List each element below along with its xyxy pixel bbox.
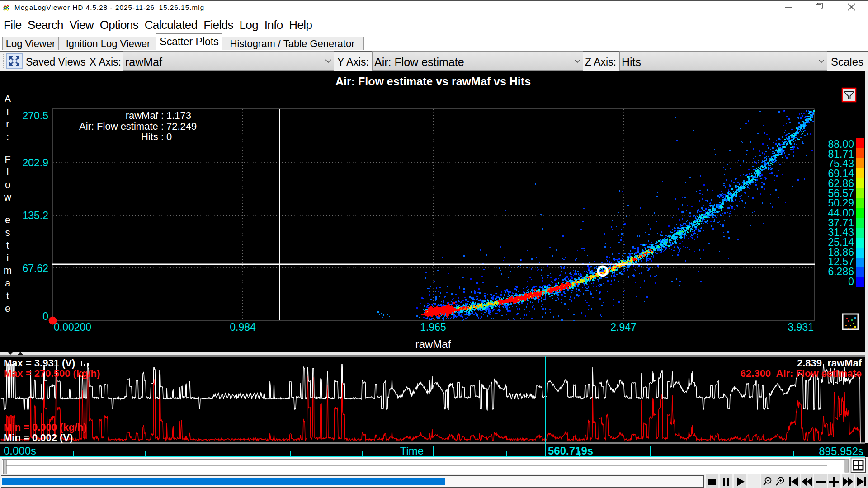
svg-text:a: a [5, 277, 11, 289]
svg-text:s: s [5, 227, 10, 238]
svg-text:2.839 rawMaf: 2.839 rawMaf [797, 357, 862, 369]
svg-text:l: l [7, 166, 9, 178]
svg-text:560.719s: 560.719s [548, 445, 593, 457]
svg-text:i: i [7, 106, 9, 117]
svg-text:1.965: 1.965 [420, 321, 446, 333]
svg-text:3.931: 3.931 [788, 321, 814, 333]
svg-text:1.173: 1.173 [166, 110, 191, 121]
svg-text:Max = 3.931 (V): Max = 3.931 (V) [4, 357, 75, 369]
svg-text:2.947: 2.947 [610, 321, 637, 333]
svg-text:e: e [5, 303, 10, 314]
svg-text:F: F [5, 154, 10, 165]
svg-text:A: A [5, 93, 11, 104]
svg-text:Air: Flow estimate :: Air: Flow estimate : [79, 121, 164, 132]
svg-text::: : [6, 131, 9, 142]
svg-text:Max = 270.500 (kg/h): Max = 270.500 (kg/h) [4, 368, 100, 379]
svg-text:67.62: 67.62 [22, 263, 48, 274]
svg-text:895.952s: 895.952s [819, 445, 863, 457]
svg-text:i: i [7, 252, 9, 263]
svg-text:o: o [5, 179, 10, 190]
svg-text:135.2: 135.2 [22, 210, 48, 221]
svg-text:Hits :: Hits : [141, 131, 164, 142]
svg-text:0.984: 0.984 [230, 321, 256, 333]
svg-text:t: t [6, 290, 9, 301]
svg-text:e: e [5, 214, 10, 225]
svg-text:r: r [6, 118, 9, 130]
svg-text:0: 0 [42, 310, 48, 322]
svg-text:rawMaf :: rawMaf : [126, 110, 164, 121]
svg-text:Time: Time [400, 445, 424, 457]
svg-text:t: t [6, 239, 9, 251]
svg-text:270.5: 270.5 [22, 110, 48, 122]
svg-text:w: w [4, 192, 11, 203]
svg-text:62.300 Air: Flow estimate: 62.300 Air: Flow estimate [741, 368, 862, 379]
svg-text:0: 0 [848, 276, 854, 287]
svg-text:Min = 0.002 (V): Min = 0.002 (V) [4, 432, 73, 443]
svg-text:m: m [4, 265, 12, 276]
svg-text:Min = 0.000 (kg/h): Min = 0.000 (kg/h) [4, 422, 87, 433]
svg-text:0.000s: 0.000s [4, 445, 36, 457]
svg-text:rawMaf: rawMaf [415, 338, 451, 350]
svg-text:Air: Flow estimate vs rawMaf v: Air: Flow estimate vs rawMaf vs Hits [335, 75, 531, 88]
svg-text:0.00200: 0.00200 [54, 321, 91, 333]
svg-text:202.9: 202.9 [22, 157, 48, 169]
svg-text:72.249: 72.249 [166, 121, 197, 132]
svg-text:0: 0 [166, 131, 172, 142]
